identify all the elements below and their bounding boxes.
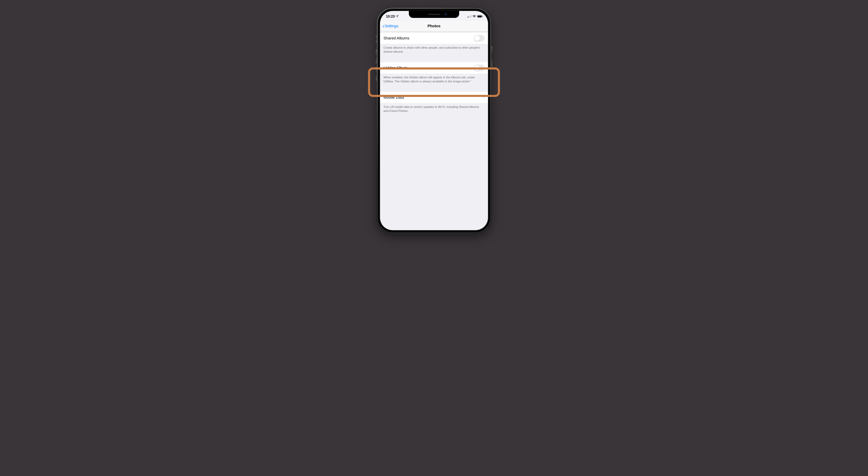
mobile-data-label: Mobile Data	[383, 95, 404, 100]
chevron-right-icon: ›	[483, 95, 485, 100]
section-gap	[380, 86, 488, 92]
volume-up-button	[376, 49, 377, 63]
stage: 10:23	[299, 0, 569, 136]
power-button	[491, 46, 492, 67]
section-gap	[380, 56, 488, 62]
status-right	[467, 14, 483, 18]
shared-albums-label: Shared Albums	[383, 36, 409, 40]
speaker-grille	[428, 14, 440, 15]
back-button[interactable]: ‹ Settings	[381, 23, 399, 29]
shared-albums-row[interactable]: Shared Albums	[380, 32, 488, 44]
notch	[409, 11, 459, 18]
battery-full-icon	[477, 15, 483, 18]
shared-albums-toggle[interactable]	[474, 35, 485, 41]
hidden-album-label: Hidden Album	[383, 66, 407, 70]
phone-bezel: 10:23	[378, 9, 490, 233]
chevron-left-icon: ‹	[382, 25, 384, 28]
back-label: Settings	[384, 24, 398, 28]
nav-bar: ‹ Settings Photos	[380, 21, 488, 31]
mobile-data-footer: Turn off mobile data to restrict updates…	[380, 103, 488, 116]
hidden-album-toggle[interactable]	[474, 65, 485, 71]
phone-frame: 10:23	[377, 8, 491, 234]
phone-inner: 10:23	[380, 11, 488, 230]
wifi-icon	[472, 15, 476, 18]
volume-down-button	[376, 67, 377, 81]
front-camera	[444, 13, 447, 16]
silence-switch	[376, 35, 377, 42]
hidden-album-row[interactable]: Hidden Album	[380, 62, 488, 74]
mobile-data-row[interactable]: Mobile Data ›	[380, 92, 488, 103]
screen: 10:23	[380, 11, 488, 230]
settings-content[interactable]: Shared Albums Create albums to share wit…	[380, 31, 488, 230]
hidden-album-footer: When enabled, the Hidden album will appe…	[380, 74, 488, 86]
cellular-signal-icon	[467, 15, 471, 18]
shared-albums-footer: Create albums to share with other people…	[380, 44, 488, 56]
page-title: Photos	[428, 24, 441, 28]
status-time: 10:23	[386, 14, 395, 19]
location-arrow-icon	[396, 15, 398, 18]
status-left: 10:23	[386, 13, 398, 19]
